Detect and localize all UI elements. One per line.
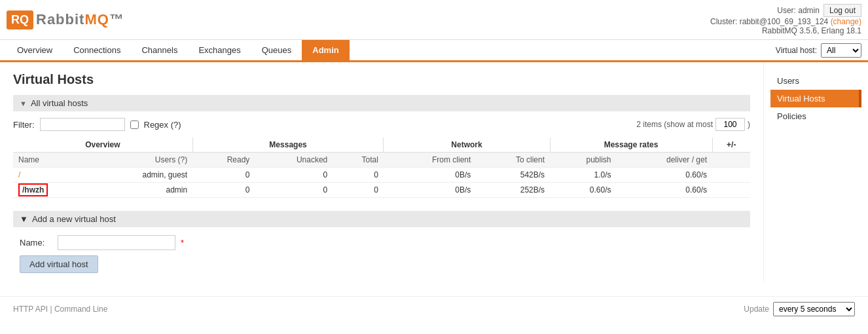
- sidebar-item-virtual-hosts[interactable]: Virtual Hosts: [770, 90, 861, 107]
- filter-row: Filter: Regex (?) 2 items (show at most …: [13, 118, 750, 131]
- sidebar: Users Virtual Hosts Policies: [763, 62, 868, 283]
- filter-right: 2 items (show at most ): [636, 118, 750, 131]
- add-section-arrow: ▼: [20, 214, 28, 224]
- nav-channels[interactable]: Channels: [131, 40, 188, 60]
- vhost-table: Overview Messages Network Message rates …: [13, 138, 750, 198]
- col-unacked: Unacked: [255, 153, 333, 168]
- table-cell: [712, 183, 750, 198]
- regex-label: Regex (?): [144, 120, 181, 130]
- nav-overview[interactable]: Overview: [7, 40, 63, 60]
- update-label: Update: [744, 305, 769, 314]
- table-row: /hwzhadmin0000B/s252B/s0.60/s0.60/s: [13, 183, 750, 198]
- table-cell: admin, guest: [88, 168, 192, 183]
- user-label: User: admin: [777, 6, 820, 15]
- logout-button[interactable]: Log out: [823, 4, 861, 17]
- all-vhosts-section-header[interactable]: ▼ All virtual hosts: [13, 95, 750, 111]
- col-to-client: To client: [476, 153, 550, 168]
- table-cell: 0B/s: [384, 183, 476, 198]
- table-cell: 0: [333, 168, 384, 183]
- main-content: Virtual Hosts ▼ All virtual hosts Filter…: [0, 62, 763, 283]
- cluster-info: Cluster: rabbit@100_69_193_124 (change): [710, 17, 861, 26]
- footer: HTTP API | Command Line Update every 5 s…: [0, 296, 868, 322]
- filter-label: Filter:: [13, 120, 35, 130]
- col-name: Name: [13, 153, 88, 168]
- nav-admin[interactable]: Admin: [302, 40, 349, 60]
- table-row: /admin, guest0000B/s542B/s1.0/s0.60/s: [13, 168, 750, 183]
- name-form-row: Name: *: [20, 235, 750, 250]
- command-line-link[interactable]: Command Line: [54, 305, 107, 314]
- vhost-label: Virtual host:: [776, 46, 817, 55]
- table-cell: 0: [192, 183, 255, 198]
- content-wrapper: Virtual Hosts ▼ All virtual hosts Filter…: [0, 62, 868, 283]
- col-publish: publish: [550, 153, 616, 168]
- http-api-link[interactable]: HTTP API: [13, 305, 48, 314]
- sidebar-item-users[interactable]: Users: [770, 72, 861, 90]
- add-section-label: Add a new virtual host: [32, 214, 116, 224]
- update-interval-select[interactable]: every 5 seconds every 10 seconds every 3…: [773, 302, 855, 316]
- col-total: Total: [333, 153, 384, 168]
- add-vhost-form: Name: * Add virtual host: [13, 235, 750, 273]
- table-cell: 252B/s: [476, 183, 550, 198]
- group-message-rates: Message rates: [550, 138, 712, 153]
- sidebar-item-policies[interactable]: Policies: [770, 107, 861, 125]
- footer-right: Update every 5 seconds every 10 seconds …: [744, 302, 855, 316]
- new-vhost-name-input[interactable]: [58, 235, 175, 250]
- footer-links: HTTP API | Command Line: [13, 305, 107, 314]
- nav-queues[interactable]: Queues: [251, 40, 302, 60]
- section-label: All virtual hosts: [31, 98, 88, 108]
- logo-text: RabbitMQ™: [36, 11, 124, 28]
- table-cell: [712, 168, 750, 183]
- vhost-selector: Virtual host: All / /hwzh: [776, 43, 861, 58]
- required-star: *: [181, 238, 184, 248]
- table-cell: 0.60/s: [617, 183, 713, 198]
- col-plus-minus: [712, 153, 750, 168]
- group-actions: +/-: [712, 138, 750, 153]
- version-info: RabbitMQ 3.5.6, Erlang 18.1: [710, 26, 861, 35]
- nav-connections[interactable]: Connections: [63, 40, 131, 60]
- col-users: Users (?): [88, 153, 192, 168]
- table-cell: 0B/s: [384, 168, 476, 183]
- table-cell: 0.60/s: [617, 168, 713, 183]
- items-close: ): [748, 120, 750, 129]
- table-cell: 1.0/s: [550, 168, 616, 183]
- cluster-change-link[interactable]: (change): [831, 17, 861, 26]
- filter-input[interactable]: [40, 118, 125, 131]
- name-label: Name:: [20, 238, 52, 248]
- add-vhost-section-header[interactable]: ▼ Add a new virtual host: [13, 211, 750, 227]
- col-deliver-get: deliver / get: [617, 153, 713, 168]
- col-ready: Ready: [192, 153, 255, 168]
- table-cell: 542B/s: [476, 168, 550, 183]
- nav-exchanges[interactable]: Exchanges: [188, 40, 251, 60]
- items-count: 2 items (show at most: [636, 120, 713, 129]
- page-title: Virtual Hosts: [13, 72, 750, 87]
- vhost-name-link[interactable]: /: [18, 170, 20, 179]
- vhost-name-link-selected[interactable]: /hwzh: [18, 183, 48, 196]
- nav-bar: Overview Connections Channels Exchanges …: [0, 40, 868, 62]
- add-vhost-section: ▼ Add a new virtual host Name: * Add vir…: [13, 211, 750, 273]
- vhost-select[interactable]: All / /hwzh: [821, 43, 861, 58]
- group-overview: Overview: [13, 138, 192, 153]
- items-max-input[interactable]: [715, 118, 745, 131]
- top-bar: RQ RabbitMQ™ User: admin Log out Cluster…: [0, 0, 868, 40]
- logo-area: RQ RabbitMQ™: [7, 10, 124, 29]
- add-vhost-button[interactable]: Add virtual host: [20, 255, 98, 273]
- table-cell: 0: [192, 168, 255, 183]
- logo-icon: RQ: [7, 10, 33, 29]
- table-cell: 0: [255, 168, 333, 183]
- top-right-info: User: admin Log out Cluster: rabbit@100_…: [710, 4, 861, 35]
- regex-checkbox[interactable]: [130, 121, 139, 129]
- table-cell: 0: [333, 183, 384, 198]
- table-cell: admin: [88, 183, 192, 198]
- table-cell: 0.60/s: [550, 183, 616, 198]
- group-messages: Messages: [192, 138, 384, 153]
- filter-left: Filter: Regex (?): [13, 118, 181, 131]
- group-network: Network: [384, 138, 550, 153]
- section-arrow: ▼: [20, 100, 27, 107]
- table-cell: 0: [255, 183, 333, 198]
- col-from-client: From client: [384, 153, 476, 168]
